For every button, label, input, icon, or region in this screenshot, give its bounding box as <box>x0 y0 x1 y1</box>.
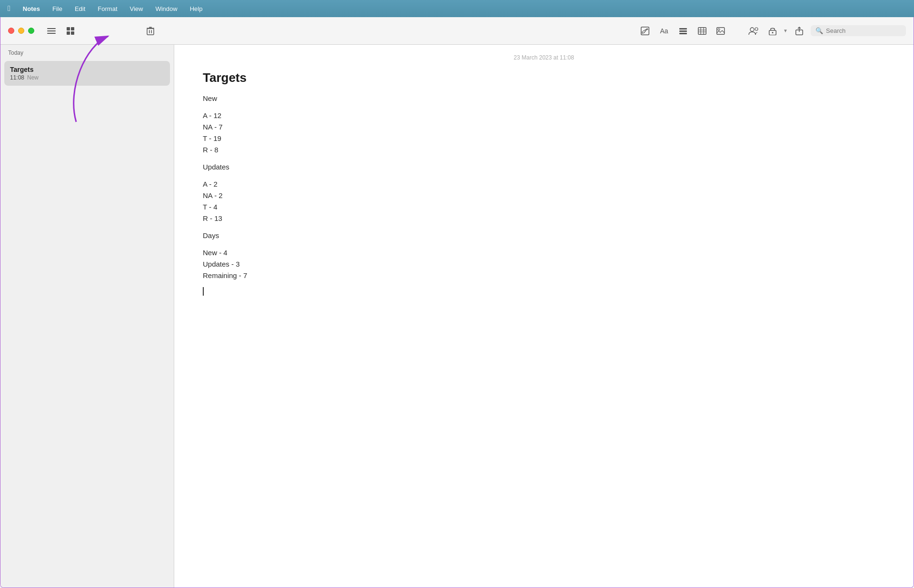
svg-rect-11 <box>149 27 152 28</box>
svg-rect-5 <box>67 31 70 35</box>
svg-rect-14 <box>679 30 687 32</box>
table-button[interactable] <box>695 24 710 38</box>
new-note-icon <box>641 27 649 35</box>
notes-window: Aa ▼ <box>0 17 914 588</box>
menu-edit[interactable]: Edit <box>73 4 87 13</box>
note-item-preview: New <box>27 74 39 81</box>
svg-point-26 <box>755 28 758 30</box>
media-icon: ▼ <box>716 27 726 35</box>
svg-rect-15 <box>679 33 687 34</box>
sidebar-section-today: Today <box>0 45 174 59</box>
line-3: NA - 7 <box>203 121 885 133</box>
list-view-button[interactable] <box>44 24 59 38</box>
svg-rect-8 <box>149 30 150 33</box>
note-editor[interactable]: 23 March 2023 at 11:08 Targets New A - 1… <box>174 45 914 588</box>
note-body[interactable]: New A - 12 NA - 7 T - 19 R - 8 Updates A… <box>203 93 885 296</box>
svg-rect-9 <box>151 30 152 33</box>
checklist-button[interactable] <box>676 24 691 38</box>
note-editor-title[interactable]: Targets <box>203 70 885 85</box>
line-9: A - 2 <box>203 179 885 190</box>
search-icon: 🔍 <box>815 27 823 34</box>
svg-point-25 <box>750 28 754 31</box>
line-16: New - 4 <box>203 247 885 259</box>
line-18: Remaining - 7 <box>203 270 885 281</box>
apple-menu[interactable]:  <box>8 4 10 13</box>
text-format-button[interactable]: Aa <box>656 24 672 38</box>
close-button[interactable] <box>8 28 14 34</box>
note-date: 23 March 2023 at 11:08 <box>203 54 885 61</box>
line-2: A - 12 <box>203 110 885 121</box>
svg-rect-4 <box>71 27 74 30</box>
gallery-view-button[interactable] <box>63 24 78 38</box>
share-icon <box>795 27 803 35</box>
table-icon <box>698 27 706 35</box>
collaborate-button[interactable] <box>746 24 761 38</box>
line-0: New <box>203 93 885 104</box>
line-11: T - 4 <box>203 201 885 213</box>
media-button[interactable]: ▼ <box>714 24 729 38</box>
note-list-item[interactable]: Targets 11:08 New <box>4 61 170 86</box>
lock-dropdown[interactable]: ▼ <box>783 28 788 33</box>
fullscreen-button[interactable] <box>28 28 34 34</box>
line-4: T - 19 <box>203 133 885 144</box>
share-button[interactable] <box>792 24 807 38</box>
list-icon <box>47 28 56 34</box>
note-item-title: Targets <box>10 66 164 73</box>
line-17: Updates - 3 <box>203 259 885 270</box>
line-12: R - 13 <box>203 213 885 224</box>
svg-rect-12 <box>641 27 649 35</box>
lock-icon <box>769 27 776 35</box>
line-7: Updates <box>203 161 885 173</box>
menu-help[interactable]: Help <box>188 4 205 13</box>
svg-rect-1 <box>47 30 56 31</box>
search-input[interactable] <box>826 27 893 34</box>
right-panel: 23 March 2023 at 11:08 Targets New A - 1… <box>174 45 914 588</box>
line-10: NA - 2 <box>203 190 885 201</box>
svg-point-23 <box>718 29 720 30</box>
svg-rect-16 <box>679 28 681 30</box>
trash-icon <box>147 27 154 35</box>
menu-file[interactable]: File <box>50 4 64 13</box>
search-box[interactable]: 🔍 <box>811 25 906 36</box>
svg-rect-10 <box>147 28 154 29</box>
delete-button[interactable] <box>143 24 158 38</box>
note-item-meta: 11:08 New <box>10 74 164 81</box>
note-item-time: 11:08 <box>10 74 24 81</box>
svg-rect-7 <box>147 29 154 35</box>
svg-point-28 <box>772 32 774 33</box>
menubar:  Notes File Edit Format View Window Hel… <box>0 0 914 17</box>
sidebar: Today Targets 11:08 New <box>0 45 174 588</box>
svg-text:▼: ▼ <box>725 30 726 35</box>
menu-notes[interactable]: Notes <box>21 4 42 13</box>
lock-button[interactable] <box>765 24 780 38</box>
svg-rect-6 <box>71 31 74 35</box>
cursor-line <box>203 287 885 296</box>
text-cursor <box>203 287 204 296</box>
main-toolbar: Aa ▼ <box>0 17 914 45</box>
svg-rect-2 <box>47 33 56 34</box>
svg-rect-22 <box>717 27 725 34</box>
menu-window[interactable]: Window <box>153 4 179 13</box>
svg-rect-0 <box>47 28 56 29</box>
gallery-icon <box>67 27 74 35</box>
new-note-button[interactable] <box>637 24 653 38</box>
svg-rect-17 <box>698 27 706 34</box>
menu-format[interactable]: Format <box>96 4 119 13</box>
svg-rect-3 <box>67 27 70 30</box>
main-area: Today Targets 11:08 New 23 March 2023 at… <box>0 45 914 588</box>
line-14: Days <box>203 230 885 241</box>
menu-view[interactable]: View <box>128 4 145 13</box>
minimize-button[interactable] <box>18 28 24 34</box>
checklist-icon <box>679 27 687 35</box>
content-area: 23 March 2023 at 11:08 Targets New A - 1… <box>174 45 914 588</box>
line-5: R - 8 <box>203 144 885 156</box>
collaborate-icon <box>748 27 759 35</box>
